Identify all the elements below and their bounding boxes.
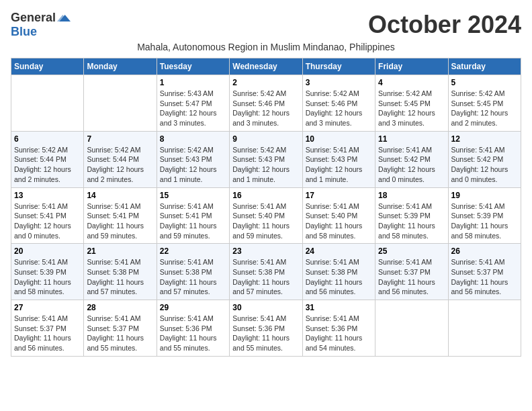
weekday-header-friday: Friday — [375, 58, 448, 75]
day-info: Sunrise: 5:41 AM Sunset: 5:36 PM Dayligh… — [160, 314, 226, 353]
calendar-cell: 29Sunrise: 5:41 AM Sunset: 5:36 PM Dayli… — [157, 300, 229, 357]
day-info: Sunrise: 5:41 AM Sunset: 5:41 PM Dayligh… — [87, 201, 153, 241]
day-info: Sunrise: 5:42 AM Sunset: 5:45 PM Dayligh… — [378, 89, 445, 128]
day-info: Sunrise: 5:41 AM Sunset: 5:36 PM Dayligh… — [306, 314, 372, 353]
day-number: 2 — [232, 78, 299, 87]
day-number: 11 — [378, 134, 445, 144]
calendar-cell: 7Sunrise: 5:42 AM Sunset: 5:44 PM Daylig… — [84, 131, 157, 187]
day-number: 23 — [232, 246, 299, 256]
day-number: 3 — [306, 78, 372, 87]
calendar-cell: 28Sunrise: 5:41 AM Sunset: 5:37 PM Dayli… — [84, 300, 157, 357]
logo-icon — [57, 11, 71, 25]
weekday-header-sunday: Sunday — [11, 58, 84, 75]
calendar-cell: 16Sunrise: 5:41 AM Sunset: 5:40 PM Dayli… — [230, 187, 302, 244]
weekday-header-tuesday: Tuesday — [157, 58, 229, 75]
logo-blue-text: Blue — [11, 25, 37, 39]
day-number: 14 — [87, 191, 153, 200]
day-number: 31 — [306, 303, 372, 312]
day-info: Sunrise: 5:43 AM Sunset: 5:47 PM Dayligh… — [160, 89, 226, 128]
calendar-cell: 25Sunrise: 5:41 AM Sunset: 5:37 PM Dayli… — [375, 244, 448, 300]
day-info: Sunrise: 5:41 AM Sunset: 5:38 PM Dayligh… — [232, 257, 299, 297]
day-info: Sunrise: 5:41 AM Sunset: 5:38 PM Dayligh… — [87, 257, 153, 297]
day-number: 19 — [451, 191, 518, 200]
calendar-cell: 4Sunrise: 5:42 AM Sunset: 5:45 PM Daylig… — [375, 75, 448, 132]
day-info: Sunrise: 5:41 AM Sunset: 5:40 PM Dayligh… — [232, 201, 299, 241]
day-info: Sunrise: 5:41 AM Sunset: 5:37 PM Dayligh… — [378, 257, 445, 297]
day-number: 28 — [87, 303, 153, 312]
day-info: Sunrise: 5:42 AM Sunset: 5:44 PM Dayligh… — [14, 145, 81, 185]
calendar-cell: 13Sunrise: 5:41 AM Sunset: 5:41 PM Dayli… — [11, 187, 84, 244]
day-number: 26 — [451, 246, 518, 256]
subtitle: Mahala, Autonomous Region in Muslim Mind… — [11, 42, 521, 52]
calendar-cell: 21Sunrise: 5:41 AM Sunset: 5:38 PM Dayli… — [84, 244, 157, 300]
day-number: 10 — [306, 134, 372, 144]
day-info: Sunrise: 5:41 AM Sunset: 5:38 PM Dayligh… — [160, 257, 226, 297]
calendar-cell — [448, 300, 521, 357]
day-info: Sunrise: 5:42 AM Sunset: 5:43 PM Dayligh… — [232, 145, 299, 185]
calendar-cell — [84, 75, 157, 132]
day-number: 24 — [306, 246, 372, 256]
day-info: Sunrise: 5:41 AM Sunset: 5:43 PM Dayligh… — [306, 145, 372, 185]
day-number: 9 — [232, 134, 299, 144]
day-info: Sunrise: 5:41 AM Sunset: 5:41 PM Dayligh… — [160, 201, 226, 241]
day-number: 6 — [14, 134, 81, 144]
day-number: 4 — [378, 78, 445, 87]
weekday-header-saturday: Saturday — [448, 58, 521, 75]
day-number: 16 — [232, 191, 299, 200]
calendar-cell: 12Sunrise: 5:41 AM Sunset: 5:42 PM Dayli… — [448, 131, 521, 187]
day-number: 22 — [160, 246, 226, 256]
day-info: Sunrise: 5:42 AM Sunset: 5:43 PM Dayligh… — [160, 145, 226, 185]
calendar-cell: 15Sunrise: 5:41 AM Sunset: 5:41 PM Dayli… — [157, 187, 229, 244]
calendar-cell: 6Sunrise: 5:42 AM Sunset: 5:44 PM Daylig… — [11, 131, 84, 187]
calendar-cell: 5Sunrise: 5:42 AM Sunset: 5:45 PM Daylig… — [448, 75, 521, 132]
day-info: Sunrise: 5:41 AM Sunset: 5:38 PM Dayligh… — [306, 257, 372, 297]
calendar-cell: 14Sunrise: 5:41 AM Sunset: 5:41 PM Dayli… — [84, 187, 157, 244]
logo: General Blue — [11, 11, 71, 39]
calendar-cell: 27Sunrise: 5:41 AM Sunset: 5:37 PM Dayli… — [11, 300, 84, 357]
calendar-cell: 2Sunrise: 5:42 AM Sunset: 5:46 PM Daylig… — [230, 75, 302, 132]
calendar-cell: 17Sunrise: 5:41 AM Sunset: 5:40 PM Dayli… — [302, 187, 375, 244]
day-info: Sunrise: 5:41 AM Sunset: 5:41 PM Dayligh… — [14, 201, 81, 241]
day-number: 29 — [160, 303, 226, 312]
calendar-cell: 10Sunrise: 5:41 AM Sunset: 5:43 PM Dayli… — [302, 131, 375, 187]
day-info: Sunrise: 5:41 AM Sunset: 5:40 PM Dayligh… — [306, 201, 372, 241]
calendar-cell: 20Sunrise: 5:41 AM Sunset: 5:39 PM Dayli… — [11, 244, 84, 300]
weekday-header-monday: Monday — [84, 58, 157, 75]
day-number: 13 — [14, 191, 81, 200]
day-number: 25 — [378, 246, 445, 256]
calendar-cell: 8Sunrise: 5:42 AM Sunset: 5:43 PM Daylig… — [157, 131, 229, 187]
day-info: Sunrise: 5:41 AM Sunset: 5:42 PM Dayligh… — [378, 145, 445, 185]
day-info: Sunrise: 5:41 AM Sunset: 5:39 PM Dayligh… — [14, 257, 81, 297]
day-info: Sunrise: 5:41 AM Sunset: 5:39 PM Dayligh… — [451, 201, 518, 241]
day-number: 27 — [14, 303, 81, 312]
calendar-cell: 30Sunrise: 5:41 AM Sunset: 5:36 PM Dayli… — [230, 300, 302, 357]
day-number: 1 — [160, 78, 226, 87]
day-number: 5 — [451, 78, 518, 87]
calendar-cell: 24Sunrise: 5:41 AM Sunset: 5:38 PM Dayli… — [302, 244, 375, 300]
weekday-header-thursday: Thursday — [302, 58, 375, 75]
calendar-cell: 18Sunrise: 5:41 AM Sunset: 5:39 PM Dayli… — [375, 187, 448, 244]
day-info: Sunrise: 5:42 AM Sunset: 5:46 PM Dayligh… — [232, 89, 299, 128]
day-number: 20 — [14, 246, 81, 256]
day-number: 30 — [232, 303, 299, 312]
day-info: Sunrise: 5:41 AM Sunset: 5:37 PM Dayligh… — [451, 257, 518, 297]
calendar-cell: 31Sunrise: 5:41 AM Sunset: 5:36 PM Dayli… — [302, 300, 375, 357]
day-info: Sunrise: 5:41 AM Sunset: 5:37 PM Dayligh… — [87, 314, 153, 353]
calendar-cell: 3Sunrise: 5:42 AM Sunset: 5:46 PM Daylig… — [302, 75, 375, 132]
day-info: Sunrise: 5:42 AM Sunset: 5:44 PM Dayligh… — [87, 145, 153, 185]
month-title: October 2024 — [368, 11, 521, 39]
day-number: 21 — [87, 246, 153, 256]
day-number: 8 — [160, 134, 226, 144]
day-info: Sunrise: 5:42 AM Sunset: 5:45 PM Dayligh… — [451, 89, 518, 128]
calendar-table: SundayMondayTuesdayWednesdayThursdayFrid… — [11, 58, 521, 357]
day-number: 18 — [378, 191, 445, 200]
calendar-cell — [375, 300, 448, 357]
calendar-cell: 26Sunrise: 5:41 AM Sunset: 5:37 PM Dayli… — [448, 244, 521, 300]
calendar-cell: 19Sunrise: 5:41 AM Sunset: 5:39 PM Dayli… — [448, 187, 521, 244]
day-info: Sunrise: 5:41 AM Sunset: 5:42 PM Dayligh… — [451, 145, 518, 185]
day-number: 15 — [160, 191, 226, 200]
day-number: 12 — [451, 134, 518, 144]
calendar-cell — [11, 75, 84, 132]
calendar-cell: 23Sunrise: 5:41 AM Sunset: 5:38 PM Dayli… — [230, 244, 302, 300]
day-info: Sunrise: 5:41 AM Sunset: 5:39 PM Dayligh… — [378, 201, 445, 241]
